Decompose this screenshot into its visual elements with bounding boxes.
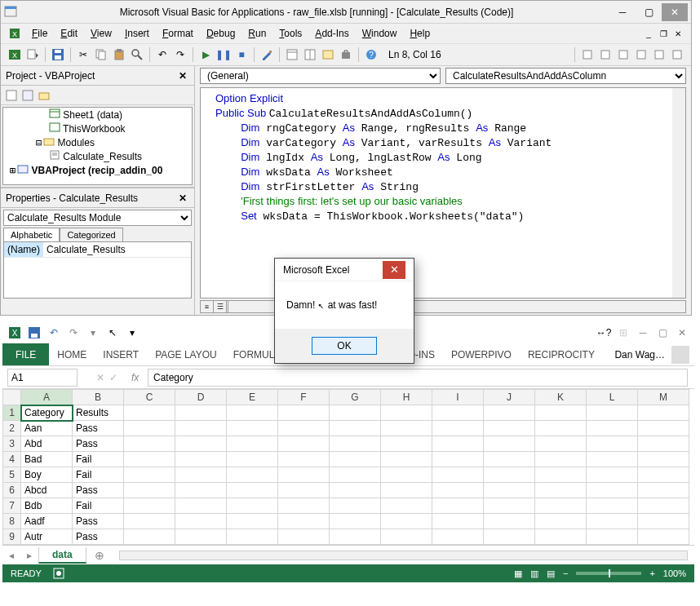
row-header-4[interactable]: 4: [3, 452, 21, 467]
cell-M2[interactable]: [638, 421, 689, 436]
cell-K8[interactable]: [535, 514, 587, 529]
cell-M4[interactable]: [638, 452, 689, 467]
ribbon-tab-page layou[interactable]: PAGE LAYOU: [147, 343, 225, 365]
ribbon-tab-insert[interactable]: INSERT: [95, 343, 147, 365]
code-line[interactable]: Dim lngIdx As Long, lngLastRow As Long: [215, 150, 682, 165]
cell-M7[interactable]: [638, 498, 689, 514]
cell-G8[interactable]: [330, 514, 381, 529]
cell-K9[interactable]: [535, 529, 587, 545]
pause-icon[interactable]: ❚❚: [216, 47, 231, 62]
cell-L5[interactable]: [587, 467, 638, 483]
menu-help[interactable]: Help: [403, 26, 436, 41]
redo-icon[interactable]: ↷: [66, 325, 81, 340]
cell-L9[interactable]: [587, 529, 638, 545]
cell-B5[interactable]: Fail: [73, 467, 124, 483]
row-header-7[interactable]: 7: [3, 498, 21, 514]
window-close[interactable]: ✕: [675, 325, 689, 340]
cell-L2[interactable]: [587, 421, 638, 436]
cell-H4[interactable]: [381, 452, 432, 467]
undo-icon[interactable]: ↶: [155, 47, 170, 62]
ext-icon-6[interactable]: [670, 47, 684, 62]
cell-C9[interactable]: [124, 529, 175, 545]
code-line[interactable]: Dim wksData As Worksheet: [215, 165, 682, 179]
cell-J5[interactable]: [484, 467, 535, 483]
code-vscroll[interactable]: [672, 88, 685, 298]
cell-G7[interactable]: [330, 498, 381, 514]
undo-icon[interactable]: ↶: [47, 325, 61, 340]
col-header-I[interactable]: I: [432, 390, 484, 405]
cell-H8[interactable]: [381, 514, 432, 529]
cell-F4[interactable]: [278, 452, 330, 467]
col-header-M[interactable]: M: [638, 390, 689, 405]
cell-M6[interactable]: [638, 483, 689, 498]
cell-A2[interactable]: Aan: [21, 421, 73, 436]
cell-D4[interactable]: [175, 452, 227, 467]
cancel-formula-icon[interactable]: ✕: [96, 372, 104, 383]
cell-A6[interactable]: Abcd: [21, 483, 73, 498]
tree-item[interactable]: ThisWorkbook: [3, 122, 192, 135]
cell-C8[interactable]: [124, 514, 175, 529]
menu-add-ins[interactable]: Add-Ins: [308, 26, 355, 41]
cell-C5[interactable]: [124, 467, 175, 483]
code-line[interactable]: Dim strFirstLetter As String: [215, 179, 682, 194]
code-line[interactable]: Option Explicit: [215, 91, 682, 106]
cell-J3[interactable]: [484, 436, 535, 452]
col-header-E[interactable]: E: [227, 390, 278, 405]
cell-M9[interactable]: [638, 529, 689, 545]
row-header-2[interactable]: 2: [3, 421, 21, 436]
cell-E5[interactable]: [227, 467, 278, 483]
cell-G3[interactable]: [330, 436, 381, 452]
cell-I4[interactable]: [432, 452, 484, 467]
cell-B6[interactable]: Pass: [73, 483, 124, 498]
cell-H7[interactable]: [381, 498, 432, 514]
properties-icon[interactable]: [303, 47, 317, 62]
cell-B3[interactable]: Pass: [73, 436, 124, 452]
menu-file[interactable]: File: [25, 26, 54, 41]
zoom-slider[interactable]: [576, 572, 641, 575]
cell-J8[interactable]: [484, 514, 535, 529]
project-explorer-close[interactable]: ✕: [176, 69, 189, 82]
row-header-9[interactable]: 9: [3, 529, 21, 545]
cell-F5[interactable]: [278, 467, 330, 483]
code-line[interactable]: Set wksData = ThisWorkbook.Worksheets("d…: [215, 209, 682, 223]
cell-J9[interactable]: [484, 529, 535, 545]
code-line[interactable]: 'First things first: let's set up our ba…: [215, 194, 682, 209]
sheet-add-button[interactable]: ⊕: [86, 549, 113, 562]
cell-C2[interactable]: [124, 421, 175, 436]
cell-A4[interactable]: Bad: [21, 452, 73, 467]
cell-I9[interactable]: [432, 529, 484, 545]
cell-C1[interactable]: [124, 405, 175, 421]
ext-icon-1[interactable]: [580, 47, 595, 62]
cell-E7[interactable]: [227, 498, 278, 514]
save-icon[interactable]: [27, 325, 42, 340]
properties-tab-alphabetic[interactable]: Alphabetic: [3, 228, 60, 241]
find-icon[interactable]: [130, 47, 144, 62]
ribbon-tab-home[interactable]: HOME: [49, 343, 95, 365]
row-header-8[interactable]: 8: [3, 514, 21, 529]
cell-L7[interactable]: [587, 498, 638, 514]
cell-G1[interactable]: [330, 405, 381, 421]
properties-tab-categorized[interactable]: Categorized: [60, 228, 122, 241]
cell-F6[interactable]: [278, 483, 330, 498]
cut-icon[interactable]: ✂: [76, 47, 91, 62]
excel-icon[interactable]: X: [7, 325, 22, 340]
cell-F2[interactable]: [278, 421, 330, 436]
cell-G4[interactable]: [330, 452, 381, 467]
spreadsheet-grid[interactable]: ABCDEFGHIJKLM1CategoryResults2AanPass3Ab…: [2, 389, 689, 545]
cell-I3[interactable]: [432, 436, 484, 452]
cell-H3[interactable]: [381, 436, 432, 452]
cell-A9[interactable]: Autr: [21, 529, 73, 545]
cell-D6[interactable]: [175, 483, 227, 498]
ribbon-up-icon[interactable]: ⊞: [616, 325, 631, 340]
menu-edit[interactable]: Edit: [54, 26, 84, 41]
cell-L8[interactable]: [587, 514, 638, 529]
cell-H2[interactable]: [381, 421, 432, 436]
cell-J7[interactable]: [484, 498, 535, 514]
cell-C4[interactable]: [124, 452, 175, 467]
cell-E6[interactable]: [227, 483, 278, 498]
paste-icon[interactable]: [112, 47, 126, 62]
cell-I8[interactable]: [432, 514, 484, 529]
zoom-out-button[interactable]: −: [563, 568, 568, 578]
view-normal-icon[interactable]: ▦: [514, 568, 522, 579]
cell-E8[interactable]: [227, 514, 278, 529]
